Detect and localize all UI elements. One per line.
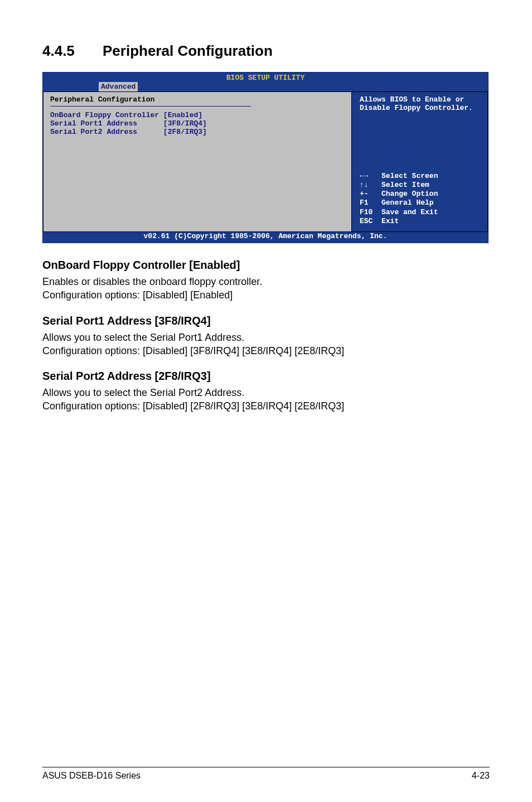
bios-right-panel: Allows BIOS to Enable or Disable Floppy … <box>352 91 488 232</box>
section-name: Peripheral Configuration <box>103 42 273 59</box>
body-line: Allows you to select the Serial Port1 Ad… <box>42 332 244 343</box>
bios-item-label: Serial Port2 Address <box>50 128 137 136</box>
bios-key: ↑↓ <box>360 181 369 189</box>
bios-item-value: [Enabled] <box>163 111 202 119</box>
section-number: 4.4.5 <box>42 42 103 60</box>
bios-key-legend: ←→ Select Screen ↑↓ Select Item +- Chang… <box>360 172 482 226</box>
footer-right: 4-23 <box>472 771 490 781</box>
body-line: Configuration options: [Disabled] [Enabl… <box>42 289 233 301</box>
bios-panel-heading: Peripheral Configuration <box>50 95 345 104</box>
body-text: Enables or disables the onboard floppy c… <box>42 275 490 302</box>
bios-key: ESC <box>360 217 373 225</box>
bios-key-desc: Select Screen <box>381 172 438 180</box>
bios-item-row: OnBoard Floppy Controller [Enabled] <box>50 111 345 119</box>
body-line: Configuration options: [Disabled] [2F8/I… <box>42 400 344 412</box>
body-line: Allows you to select the Serial Port2 Ad… <box>42 387 244 398</box>
bios-header-title: BIOS SETUP UTILITY <box>43 74 488 82</box>
bios-item-row: Serial Port2 Address [2F8/IRQ3] <box>50 128 345 136</box>
bios-item-row: Serial Port1 Address [3F8/IRQ4] <box>50 119 345 128</box>
subheading: Serial Port2 Address [2F8/IRQ3] <box>42 370 490 383</box>
bios-screenshot: BIOS SETUP UTILITY Advanced Peripheral C… <box>42 72 489 243</box>
bios-footer: v02.61 (C)Copyright 1985-2006, American … <box>43 232 488 243</box>
bios-key-desc: Select Item <box>381 181 429 189</box>
page-footer: ASUS DSEB-D16 Series 4-23 <box>42 767 490 781</box>
bios-key: F10 <box>360 208 373 216</box>
bios-key-desc: Exit <box>381 217 399 225</box>
body-line: Configuration options: [Disabled] [3F8/I… <box>42 345 344 356</box>
section-title: 4.4.5Peripheral Configuration <box>42 42 490 60</box>
bios-key: F1 <box>360 199 369 207</box>
bios-divider <box>50 106 251 107</box>
subheading: Serial Port1 Address [3F8/IRQ4] <box>42 315 490 327</box>
subheading: OnBoard Floppy Controller [Enabled] <box>42 259 490 272</box>
bios-header: BIOS SETUP UTILITY Advanced <box>43 73 488 91</box>
bios-tab-advanced: Advanced <box>99 82 138 91</box>
bios-item-value: [3F8/IRQ4] <box>163 119 207 128</box>
body-text: Allows you to select the Serial Port1 Ad… <box>42 331 490 358</box>
body-line: Enables or disables the onboard floppy c… <box>42 276 262 287</box>
bios-key-desc: General Help <box>381 199 434 207</box>
bios-item-label: OnBoard Floppy Controller <box>50 111 159 119</box>
footer-left: ASUS DSEB-D16 Series <box>42 771 141 781</box>
bios-item-label: Serial Port1 Address <box>50 119 137 128</box>
bios-left-panel: Peripheral Configuration OnBoard Floppy … <box>43 91 352 232</box>
bios-key-desc: Change Option <box>381 190 438 198</box>
bios-help-text: Allows BIOS to Enable or Disable Floppy … <box>360 95 482 112</box>
bios-key: ←→ <box>360 172 369 180</box>
bios-key: +- <box>360 190 369 198</box>
bios-key-desc: Save and Exit <box>381 208 438 216</box>
bios-item-value: [2F8/IRQ3] <box>163 128 207 136</box>
body-text: Allows you to select the Serial Port2 Ad… <box>42 386 490 413</box>
